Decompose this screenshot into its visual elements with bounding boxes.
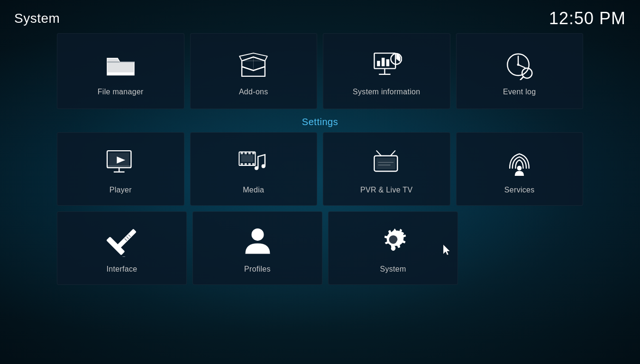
svg-rect-26 [248, 152, 251, 155]
settings-row-1: Player [57, 132, 583, 206]
top-row: File manager Add-ons [57, 33, 583, 109]
media-icon [237, 146, 270, 179]
svg-rect-28 [241, 163, 243, 165]
svg-rect-25 [245, 152, 247, 155]
profiles-icon [241, 225, 274, 258]
svg-line-16 [521, 77, 523, 80]
tile-media-label: Media [243, 186, 264, 194]
main-content: File manager Add-ons [0, 33, 640, 285]
tile-services[interactable]: Services [456, 132, 584, 206]
tile-profiles[interactable]: Profiles [192, 211, 322, 285]
svg-rect-32 [241, 155, 254, 162]
svg-point-41 [517, 166, 522, 171]
tile-file-manager[interactable]: File manager [57, 33, 184, 109]
tile-system-label: System [380, 265, 406, 273]
svg-rect-29 [245, 163, 247, 165]
svg-line-14 [518, 64, 525, 68]
tile-event-log-label: Event log [503, 88, 536, 96]
svg-point-34 [262, 164, 265, 168]
svg-marker-50 [443, 245, 450, 255]
svg-rect-44 [117, 228, 136, 248]
player-icon [104, 146, 137, 179]
tile-system[interactable]: System [328, 211, 458, 285]
tile-media[interactable]: Media [190, 132, 318, 206]
add-ons-icon [237, 48, 270, 81]
svg-rect-7 [377, 61, 380, 66]
interface-icon [105, 225, 138, 258]
svg-rect-24 [241, 152, 243, 155]
svg-rect-9 [386, 59, 389, 66]
svg-rect-8 [382, 57, 385, 66]
tile-interface-label: Interface [107, 265, 137, 273]
tile-event-log[interactable]: Event log [456, 33, 584, 109]
system-icon [376, 225, 410, 258]
settings-label: Settings [57, 109, 583, 132]
svg-rect-27 [252, 152, 255, 155]
system-information-icon [370, 48, 403, 81]
svg-marker-43 [121, 255, 125, 257]
tile-profiles-label: Profiles [244, 265, 271, 273]
tile-add-ons-label: Add-ons [239, 88, 268, 96]
svg-point-48 [251, 228, 264, 241]
tile-player-label: Player [110, 186, 132, 194]
tile-interface[interactable]: Interface [57, 211, 187, 285]
tile-player[interactable]: Player [57, 132, 184, 206]
svg-line-38 [390, 151, 395, 156]
tile-system-information-label: System information [353, 88, 420, 96]
services-icon [503, 146, 536, 179]
svg-rect-36 [376, 158, 395, 169]
svg-line-37 [376, 151, 381, 156]
empty-slot [464, 211, 583, 285]
tile-file-manager-label: File manager [98, 88, 144, 96]
page-title: System [14, 11, 60, 26]
event-log-icon [503, 48, 536, 81]
file-manager-icon [104, 48, 137, 81]
svg-rect-0 [107, 72, 134, 75]
tile-pvr-live-tv-label: PVR & Live TV [360, 186, 412, 194]
svg-rect-31 [252, 163, 255, 165]
tile-add-ons[interactable]: Add-ons [190, 33, 318, 109]
header: System 12:50 PM [0, 0, 640, 33]
tile-pvr-live-tv[interactable]: PVR & Live TV [323, 132, 450, 206]
tile-services-label: Services [504, 186, 535, 194]
svg-rect-22 [107, 165, 131, 168]
svg-rect-30 [248, 163, 251, 165]
mouse-cursor [443, 245, 453, 258]
settings-row-2: Interface Profiles [57, 211, 583, 285]
tile-system-information[interactable]: System information [323, 33, 450, 109]
clock: 12:50 PM [549, 9, 626, 28]
svg-point-33 [255, 166, 258, 170]
pvr-live-tv-icon [370, 146, 403, 179]
